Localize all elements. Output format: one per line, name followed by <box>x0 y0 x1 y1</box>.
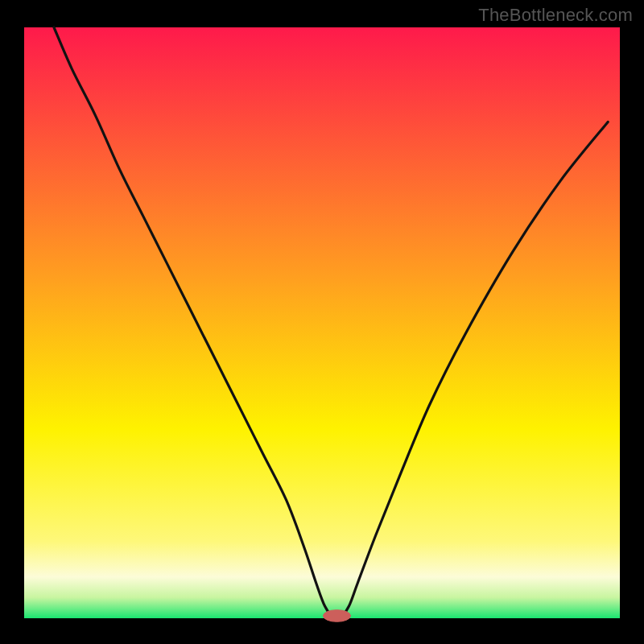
chart-frame: TheBottleneck.com <box>0 0 644 644</box>
bottleneck-chart <box>0 0 644 644</box>
watermark-text: TheBottleneck.com <box>478 5 633 26</box>
optimal-point-marker <box>323 610 350 622</box>
plot-background <box>24 27 620 618</box>
